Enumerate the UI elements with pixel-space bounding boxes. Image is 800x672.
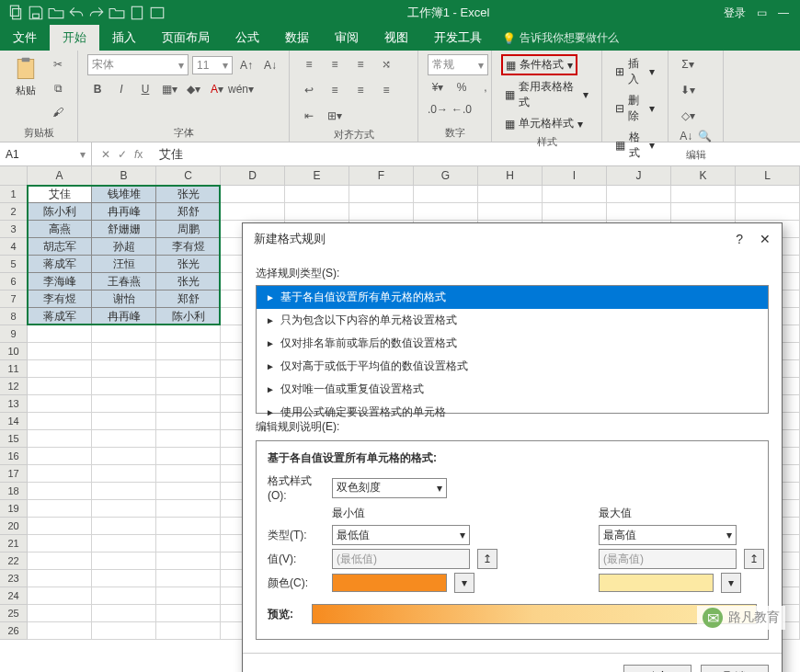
cell[interactable] bbox=[607, 203, 671, 221]
max-color-swatch[interactable] bbox=[599, 574, 714, 592]
cell[interactable] bbox=[92, 413, 156, 430]
column-header[interactable]: B bbox=[92, 166, 156, 185]
cell[interactable] bbox=[92, 395, 156, 413]
save-icon[interactable] bbox=[28, 5, 44, 21]
row-header[interactable]: 10 bbox=[0, 343, 28, 360]
conditional-format-button[interactable]: ▦ 条件格式 ▾ bbox=[501, 54, 577, 75]
column-header[interactable]: K bbox=[671, 166, 736, 185]
fill-icon[interactable]: ⬇▾ bbox=[678, 80, 698, 100]
cell[interactable] bbox=[28, 360, 92, 378]
row-header[interactable]: 6 bbox=[0, 273, 28, 290]
row-header[interactable]: 1 bbox=[0, 186, 28, 203]
row-header[interactable]: 9 bbox=[0, 325, 28, 343]
cell[interactable] bbox=[156, 605, 221, 622]
tell-me[interactable]: 💡 告诉我你想要做什么 bbox=[495, 26, 626, 51]
cell[interactable] bbox=[414, 186, 478, 203]
cell[interactable] bbox=[92, 325, 156, 343]
row-header[interactable]: 15 bbox=[0, 430, 28, 448]
cell[interactable]: 郑舒 bbox=[156, 290, 221, 308]
column-header[interactable]: F bbox=[349, 166, 414, 185]
row-header[interactable]: 20 bbox=[0, 518, 28, 535]
cell[interactable] bbox=[607, 186, 671, 203]
cell[interactable] bbox=[28, 535, 92, 552]
font-color-button[interactable]: A▾ bbox=[207, 79, 227, 99]
cell[interactable]: 张光 bbox=[156, 186, 221, 203]
help-icon[interactable]: ? bbox=[736, 232, 743, 246]
cell[interactable] bbox=[92, 500, 156, 518]
cell[interactable] bbox=[156, 360, 221, 378]
tab-review[interactable]: 审阅 bbox=[322, 25, 371, 51]
folder-icon[interactable] bbox=[109, 5, 125, 21]
cell[interactable] bbox=[92, 448, 156, 465]
cell[interactable]: 陈小利 bbox=[28, 203, 92, 221]
open-icon[interactable] bbox=[48, 5, 64, 21]
cell[interactable] bbox=[92, 483, 156, 500]
cell[interactable]: 蒋成军 bbox=[28, 308, 92, 325]
row-header[interactable]: 2 bbox=[0, 203, 28, 221]
number-format-combo[interactable]: 常规▾ bbox=[428, 54, 488, 75]
cell[interactable]: 王春燕 bbox=[92, 273, 156, 290]
cell[interactable] bbox=[92, 570, 156, 587]
cell[interactable] bbox=[349, 203, 414, 221]
cell[interactable]: 艾佳 bbox=[28, 186, 92, 203]
name-box[interactable]: A1▾ bbox=[0, 142, 92, 165]
cell[interactable] bbox=[156, 395, 221, 413]
cell[interactable] bbox=[478, 186, 543, 203]
min-type-select[interactable]: 最低值▾ bbox=[332, 525, 470, 545]
row-header[interactable]: 18 bbox=[0, 483, 28, 500]
cell[interactable]: 汪恒 bbox=[92, 256, 156, 273]
cell[interactable] bbox=[671, 203, 736, 221]
cell[interactable]: 舒姗姗 bbox=[92, 221, 156, 238]
grow-font-icon[interactable]: A↑ bbox=[236, 55, 257, 75]
cell[interactable]: 李有煜 bbox=[28, 290, 92, 308]
cell[interactable] bbox=[28, 483, 92, 500]
align-left-icon[interactable]: ≡ bbox=[325, 80, 345, 100]
row-header[interactable]: 14 bbox=[0, 413, 28, 430]
column-header[interactable]: E bbox=[285, 166, 349, 185]
rule-type-item[interactable]: ►仅对唯一值或重复值设置格式 bbox=[257, 378, 768, 401]
row-header[interactable]: 16 bbox=[0, 448, 28, 465]
find-icon[interactable]: 🔍 bbox=[697, 126, 714, 146]
dec-decimal-icon[interactable]: ←.0 bbox=[451, 99, 472, 120]
cell[interactable] bbox=[414, 203, 478, 221]
format-style-select[interactable]: 双色刻度▾ bbox=[332, 478, 447, 498]
row-header[interactable]: 4 bbox=[0, 238, 28, 256]
tab-insert[interactable]: 插入 bbox=[99, 25, 149, 51]
row-header[interactable]: 8 bbox=[0, 308, 28, 325]
align-mid-icon[interactable]: ≡ bbox=[325, 54, 345, 74]
rule-type-item[interactable]: ►只为包含以下内容的单元格设置格式 bbox=[257, 309, 768, 332]
cell[interactable] bbox=[736, 203, 800, 221]
currency-icon[interactable]: ¥▾ bbox=[428, 77, 448, 97]
cell[interactable] bbox=[156, 448, 221, 465]
sort-icon[interactable]: A↓ bbox=[678, 126, 695, 146]
rule-type-item[interactable]: ►仅对排名靠前或靠后的数值设置格式 bbox=[257, 332, 768, 355]
underline-button[interactable]: U bbox=[135, 79, 155, 99]
cell[interactable] bbox=[92, 430, 156, 448]
cell[interactable] bbox=[156, 413, 221, 430]
column-header[interactable]: L bbox=[736, 166, 800, 185]
cut-icon[interactable]: ✂ bbox=[48, 54, 68, 74]
cell[interactable] bbox=[156, 378, 221, 395]
max-value-input[interactable]: (最高值) bbox=[599, 549, 737, 569]
cell-style-button[interactable]: ▦ 单元格样式 ▾ bbox=[501, 114, 587, 133]
insert-cells-button[interactable]: ⊞ 插入 ▾ bbox=[611, 54, 658, 89]
cell[interactable] bbox=[28, 605, 92, 622]
cell[interactable] bbox=[28, 518, 92, 535]
format-painter-icon[interactable]: 🖌 bbox=[48, 102, 68, 122]
cell[interactable] bbox=[478, 203, 543, 221]
bold-button[interactable]: B bbox=[87, 79, 108, 99]
undo-icon[interactable] bbox=[68, 5, 85, 21]
font-size-combo[interactable]: 11▾ bbox=[192, 56, 233, 74]
cell[interactable] bbox=[156, 343, 221, 360]
tab-file[interactable]: 文件 bbox=[0, 25, 50, 51]
cell[interactable] bbox=[28, 570, 92, 587]
tab-layout[interactable]: 页面布局 bbox=[149, 25, 223, 51]
italic-button[interactable]: I bbox=[111, 79, 131, 99]
column-header[interactable]: H bbox=[478, 166, 543, 185]
row-header[interactable]: 5 bbox=[0, 256, 28, 273]
ribbon-display-icon[interactable]: ▭ bbox=[757, 6, 767, 19]
enter-formula-icon[interactable]: ✓ bbox=[118, 148, 127, 161]
cell[interactable]: 冉再峰 bbox=[92, 308, 156, 325]
cell[interactable] bbox=[28, 465, 92, 483]
cell[interactable]: 谢怡 bbox=[92, 290, 156, 308]
